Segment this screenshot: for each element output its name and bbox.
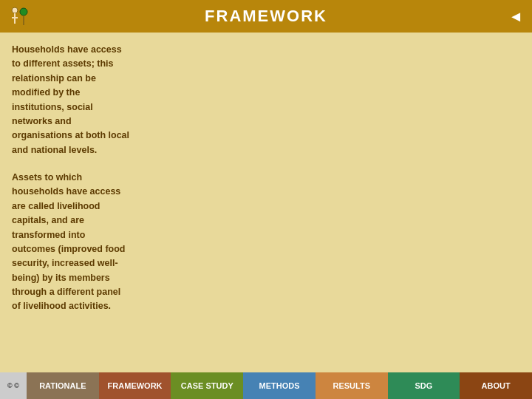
nav-about[interactable]: ABOUT (460, 372, 532, 399)
paragraph-2: Assets to which households have access a… (12, 171, 130, 314)
svg-point-3 (20, 8, 27, 16)
header: FRAMEWORK ◄ (0, 0, 532, 33)
logo (6, 3, 33, 30)
cc-icons: © © (0, 372, 27, 399)
bottom-nav: © © 🏠 RATIONALE FRAMEWORK CASE STUDY MET… (0, 372, 532, 399)
main-content: Households have access to different asse… (0, 33, 532, 372)
nav-rationale[interactable]: RATIONALE (27, 372, 99, 399)
nav-results[interactable]: RESULTS (316, 372, 388, 399)
nav-sdg[interactable]: SDG (388, 372, 460, 399)
page-title: FRAMEWORK (205, 7, 327, 26)
paragraph-1: Households have access to different asse… (12, 43, 130, 157)
nav-framework[interactable]: FRAMEWORK (99, 372, 171, 399)
nav-case-study[interactable]: CASE STUDY (171, 372, 243, 399)
svg-point-0 (12, 7, 18, 13)
nav-methods[interactable]: METHODS (243, 372, 316, 399)
back-button[interactable]: ◄ (508, 8, 523, 25)
